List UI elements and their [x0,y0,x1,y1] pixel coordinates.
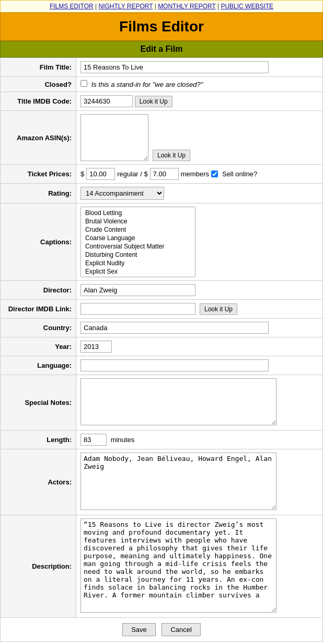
top-nav: FILMS EDITOR | NIGHTLY REPORT | MONTHLY … [0,0,323,13]
language-input[interactable] [80,359,269,371]
description-textarea[interactable]: “15 Reasons to Live is director Zweig’s … [80,518,276,613]
caption-crude-content[interactable]: Crude Content [84,225,192,234]
director-label: Director: [1,281,76,300]
length-unit: minutes [111,436,135,444]
description-label: Description: [1,515,76,618]
language-cell [76,356,323,375]
caption-brutal-violence[interactable]: Brutal Violence [84,217,192,225]
year-row: Year: [1,337,323,356]
director-imdb-row: Director IMDB Link: Look it Up [1,300,323,319]
ticket-row: $ regular / $ members Sell online? [80,168,318,180]
ticket-prices-row: Ticket Prices: $ regular / $ members Sel… [1,165,323,184]
description-cell: “15 Reasons to Live is director Zweig’s … [76,515,323,618]
ticket-prices-cell: $ regular / $ members Sell online? [76,165,323,184]
ticket-regular-input[interactable] [86,168,115,180]
film-title-cell [76,58,323,77]
caption-coarse-language[interactable]: Coarse Language [84,234,192,242]
rating-cell: G PG 14A 14 Accompaniment 18A R Exempt N… [76,184,323,204]
actors-label: Actors: [1,449,76,515]
edit-film-form: Film Title: Closed? Is this a stand-in f… [0,58,323,618]
director-imdb-lookup-button[interactable]: Look it Up [200,303,237,315]
year-label: Year: [1,337,76,356]
ticket-members-input[interactable] [150,168,179,180]
captions-select[interactable]: Blood Letting Brutal Violence Crude Cont… [80,207,195,277]
public-website-link[interactable]: PUBLIC WEBSITE [221,3,273,10]
captions-row: Captions: Blood Letting Brutal Violence … [1,204,323,281]
amazon-label: Amazon ASIN(s): [1,111,76,165]
main-title: Films Editor [0,13,323,41]
amazon-row: Amazon ASIN(s): Look it Up [1,111,323,165]
closed-cell: Is this a stand-in for "we are closed?" [76,77,323,92]
closed-label: Closed? [1,77,76,92]
amazon-textarea[interactable] [80,114,148,161]
director-row: Director: [1,281,323,300]
captions-label: Captions: [1,204,76,281]
ticket-prices-label: Ticket Prices: [1,165,76,184]
bottom-buttons: Save Cancel [0,618,323,642]
caption-disturbing[interactable]: Disturbing Content [84,251,192,259]
sell-online-checkbox[interactable] [211,171,218,177]
imdb-code-input[interactable] [80,95,133,107]
imdb-code-label: Title IMDB Code: [1,92,76,111]
closed-italic-label: Is this a stand-in for "we are closed?" [91,81,203,88]
director-imdb-area: Look it Up [80,303,318,315]
closed-checkbox[interactable] [80,80,87,87]
caption-explicit-sexual[interactable]: Explicit Sexual Content [84,276,192,277]
country-input[interactable] [80,322,269,334]
description-row: Description: “15 Reasons to Live is dire… [1,515,323,618]
captions-cell: Blood Letting Brutal Violence Crude Cont… [76,204,323,281]
sell-online-label: Sell online? [222,170,257,178]
regular-label: regular / $ [117,170,148,178]
dollar-sign-regular: $ [80,170,84,178]
members-label: members [181,170,209,178]
film-title-row: Film Title: [1,58,323,77]
monthly-report-link[interactable]: MONTHLY REPORT [158,3,215,10]
length-label: Length: [1,431,76,449]
rating-select[interactable]: G PG 14A 14 Accompaniment 18A R Exempt N… [80,187,164,200]
amazon-cell: Look it Up [76,111,323,165]
rating-label: Rating: [1,184,76,204]
rating-row: Rating: G PG 14A 14 Accompaniment 18A R … [1,184,323,204]
caption-explicit-sex[interactable]: Explicit Sex [84,267,192,276]
caption-controversial[interactable]: Controversial Subject Matter [84,242,192,251]
length-cell: minutes [76,431,323,449]
director-imdb-cell: Look it Up [76,300,323,319]
director-input[interactable] [80,284,195,296]
caption-explicit-nudity[interactable]: Explicit Nudity [84,259,192,267]
film-title-label: Film Title: [1,58,76,77]
length-row: Length: minutes [1,431,323,449]
amazon-lookup-button[interactable]: Look it Up [153,150,190,161]
year-input[interactable] [80,341,112,353]
director-imdb-input[interactable] [80,303,195,315]
director-imdb-label: Director IMDB Link: [1,300,76,319]
country-cell [76,319,323,337]
films-editor-link[interactable]: FILMS EDITOR [50,3,94,10]
sub-title: Edit a Film [0,41,323,58]
save-button[interactable]: Save [122,623,156,636]
actors-textarea[interactable]: Adam Nobody, Jean Béliveau, Howard Engel… [80,453,276,510]
film-title-input[interactable] [80,61,269,73]
director-cell [76,281,323,300]
amazon-area: Look it Up [80,114,318,161]
country-row: Country: [1,319,323,337]
special-notes-row: Special Notes: [1,375,323,431]
country-label: Country: [1,319,76,337]
language-label: Language: [1,356,76,375]
nightly-report-link[interactable]: NIGHTLY REPORT [99,3,153,10]
year-cell [76,337,323,356]
language-row: Language: [1,356,323,375]
special-notes-textarea[interactable] [80,378,276,425]
caption-blood-letting[interactable]: Blood Letting [84,209,192,217]
special-notes-label: Special Notes: [1,375,76,431]
actors-row: Actors: Adam Nobody, Jean Béliveau, Howa… [1,449,323,515]
closed-row: Closed? Is this a stand-in for "we are c… [1,77,323,92]
imdb-code-row: Title IMDB Code: Look it Up [1,92,323,111]
cancel-button[interactable]: Cancel [161,623,200,636]
actors-cell: Adam Nobody, Jean Béliveau, Howard Engel… [76,449,323,515]
imdb-lookup-button[interactable]: Look it Up [135,96,172,107]
imdb-code-cell: Look it Up [76,92,323,111]
length-input[interactable] [80,434,107,446]
special-notes-cell [76,375,323,431]
